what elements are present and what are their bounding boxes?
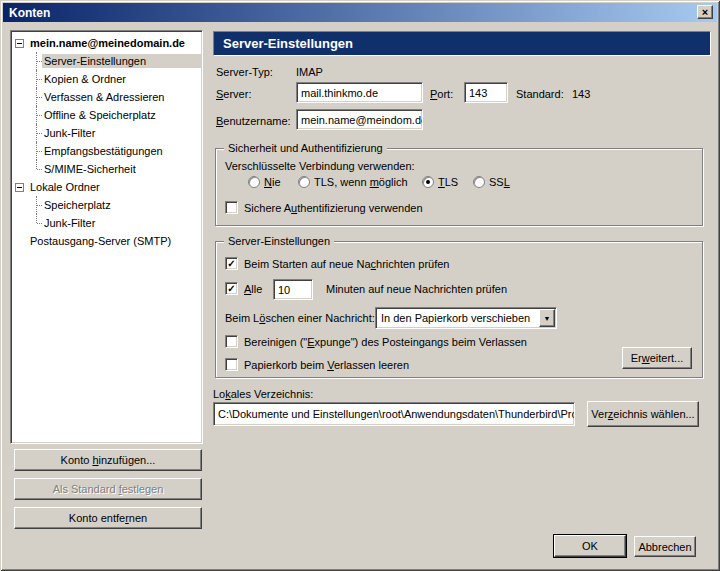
tree-item-empfangsbestaetigungen[interactable]: Empfangsbestätigungen — [11, 142, 202, 160]
remove-account-button[interactable]: Konto entfernen — [14, 507, 202, 529]
label-part: xpunge") des Posteingangs beim Verlassen — [315, 336, 527, 348]
label-part: nen — [129, 512, 147, 524]
label-part: TLS, wenn — [314, 176, 370, 188]
cancel-button[interactable]: Abbrechen — [634, 536, 696, 557]
tree-item-label[interactable]: Postausgang-Server (SMTP) — [28, 234, 173, 248]
collapse-minus-icon[interactable] — [15, 39, 24, 48]
label-accel: E — [307, 336, 314, 348]
radio-icon[interactable] — [473, 176, 485, 188]
tree-item-offline-speicherplatz[interactable]: Offline & Speicherplatz — [11, 106, 202, 124]
tree-item-label[interactable]: Speicherplatz — [42, 198, 202, 212]
label-part: schen einer Nachricht: — [265, 312, 374, 324]
checkmark-icon: ✓ — [227, 259, 235, 269]
account-tree: mein.name@meinedomain.de Server-Einstell… — [10, 30, 203, 444]
label-part: eichnis wählen... — [613, 408, 694, 420]
advanced-button[interactable]: Erweitert... — [622, 347, 692, 369]
label-part: estlegen — [122, 483, 164, 495]
label-accel: N — [264, 176, 272, 188]
radio-label: TLS — [438, 176, 458, 188]
tree-item-postausgang-smtp[interactable]: Postausgang-Server (SMTP) — [11, 232, 202, 250]
secure-auth-checkbox[interactable]: Sichere Authentifizierung verwenden — [225, 201, 423, 214]
port-input[interactable] — [464, 82, 508, 103]
radio-nie[interactable]: Nie — [248, 176, 281, 188]
label-part: enutzername: — [223, 115, 290, 127]
checkbox-label: Papierkorb beim Verlassen leeren — [244, 359, 409, 371]
empty-trash-checkbox[interactable]: Papierkorb beim Verlassen leeren — [225, 358, 409, 371]
label-part: eitert... — [650, 352, 684, 364]
tree-item-label[interactable]: Server-Einstellungen — [42, 54, 202, 68]
checkbox-checked-icon[interactable]: ✓ — [225, 282, 238, 295]
checkbox-unchecked-icon[interactable] — [225, 335, 238, 348]
account-settings-dialog: Konten × mein.name@meinedomain.de Server… — [0, 0, 720, 571]
checkbox-checked-icon[interactable]: ✓ — [225, 257, 238, 270]
set-default-account-button[interactable]: Als Standard festlegen — [14, 478, 202, 500]
radio-selected-icon[interactable] — [422, 176, 434, 188]
label-part: Beim Starten auf neue Na — [244, 258, 371, 270]
label-accel: L — [504, 176, 510, 188]
label-part: Ver — [591, 408, 608, 420]
radio-icon[interactable] — [298, 176, 310, 188]
tree-item-label[interactable]: Verfassen & Adressieren — [42, 90, 202, 104]
label-accel: m — [370, 176, 379, 188]
tree-item-junk-filter[interactable]: Junk-Filter — [11, 124, 202, 142]
expunge-checkbox[interactable]: Bereinigen ("Expunge") des Posteingangs … — [225, 335, 527, 348]
checkbox-label: Beim Starten auf neue Nachrichten prüfen — [244, 258, 449, 270]
tree-item-label[interactable]: Offline & Speicherplatz — [42, 108, 202, 122]
label-part: Lo — [213, 388, 225, 400]
server-type-value: IMAP — [296, 66, 323, 78]
tree-item-label[interactable]: Junk-Filter — [42, 126, 202, 140]
tree-item-account-root[interactable]: mein.name@meinedomain.de — [11, 34, 202, 52]
tree-item-speicherplatz[interactable]: Speicherplatz — [11, 196, 202, 214]
label-part: ie — [272, 176, 281, 188]
local-dir-input[interactable] — [213, 402, 575, 426]
checkbox-unchecked-icon[interactable] — [225, 201, 238, 214]
tree-item-server-einstellungen[interactable]: Server-Einstellungen — [11, 52, 202, 70]
label-part: erlassen leeren — [334, 359, 409, 371]
label-part: Als Standard — [53, 483, 119, 495]
interval-minutes-input[interactable] — [273, 279, 313, 300]
chevron-down-icon: ▼ — [544, 315, 551, 322]
choose-directory-button[interactable]: Verzeichnis wählen... — [587, 401, 699, 427]
server-label: Server: — [216, 88, 251, 100]
label-part: ort: — [437, 88, 453, 100]
checkbox-unchecked-icon[interactable] — [225, 358, 238, 371]
server-input[interactable] — [296, 82, 423, 103]
tree-item-smime-sicherheit[interactable]: S/MIME-Sicherheit — [11, 160, 202, 178]
close-button[interactable]: × — [697, 5, 713, 19]
username-input[interactable] — [296, 109, 423, 130]
tree-item-verfassen-adressieren[interactable]: Verfassen & Adressieren — [11, 88, 202, 106]
check-on-start-checkbox[interactable]: ✓ Beim Starten auf neue Nachrichten prüf… — [225, 257, 449, 270]
radio-icon[interactable] — [248, 176, 260, 188]
radio-tls[interactable]: TLS — [422, 176, 458, 188]
tree-item-label[interactable]: Lokale Ordner — [28, 180, 102, 194]
server-settings-group-title: Server-Einstellungen — [224, 235, 334, 247]
tree-item-kopien-ordner[interactable]: Kopien & Ordner — [11, 70, 202, 88]
ok-button[interactable]: OK — [554, 535, 626, 557]
radio-tls-wenn-moeglich[interactable]: TLS, wenn möglich — [298, 176, 408, 188]
check-interval-checkbox[interactable]: ✓ Alle — [225, 282, 262, 295]
tree-item-junk-filter-lokal[interactable]: Junk-Filter — [11, 214, 202, 232]
radio-label: TLS, wenn möglich — [314, 176, 408, 188]
security-groupbox: Sicherheit und Authentifizierung Verschl… — [215, 148, 703, 226]
local-dir-label: Lokales Verzeichnis: — [213, 388, 313, 400]
radio-ssl[interactable]: SSL — [473, 176, 510, 188]
tree-item-lokale-ordner[interactable]: Lokale Ordner — [11, 178, 202, 196]
tree-item-label[interactable]: Junk-Filter — [42, 216, 202, 230]
tree-item-label[interactable]: mein.name@meinedomain.de — [28, 36, 187, 50]
tree-item-label[interactable]: Kopien & Ordner — [42, 72, 202, 86]
tree-item-label[interactable]: S/MIME-Sicherheit — [42, 162, 202, 176]
interval-suffix-label: Minuten auf neue Nachrichten prüfen — [326, 283, 507, 295]
button-label: Verzeichnis wählen... — [591, 408, 694, 420]
label-part: öglich — [379, 176, 408, 188]
tree-item-label[interactable]: Empfangsbestätigungen — [42, 144, 202, 158]
collapse-minus-icon[interactable] — [15, 183, 24, 192]
on-delete-dropdown[interactable]: In den Papierkorb verschieben ▼ — [375, 307, 557, 329]
add-account-button[interactable]: Konto hinzufügen... — [14, 449, 202, 471]
standard-port-label: Standard: — [516, 88, 564, 100]
label-part: SS — [489, 176, 504, 188]
label-part: ales Verzeichnis: — [231, 388, 314, 400]
titlebar[interactable]: Konten × — [3, 3, 717, 22]
label-part: Er — [631, 352, 642, 364]
label-part: erver: — [223, 88, 251, 100]
dropdown-arrow-button[interactable]: ▼ — [539, 309, 555, 327]
